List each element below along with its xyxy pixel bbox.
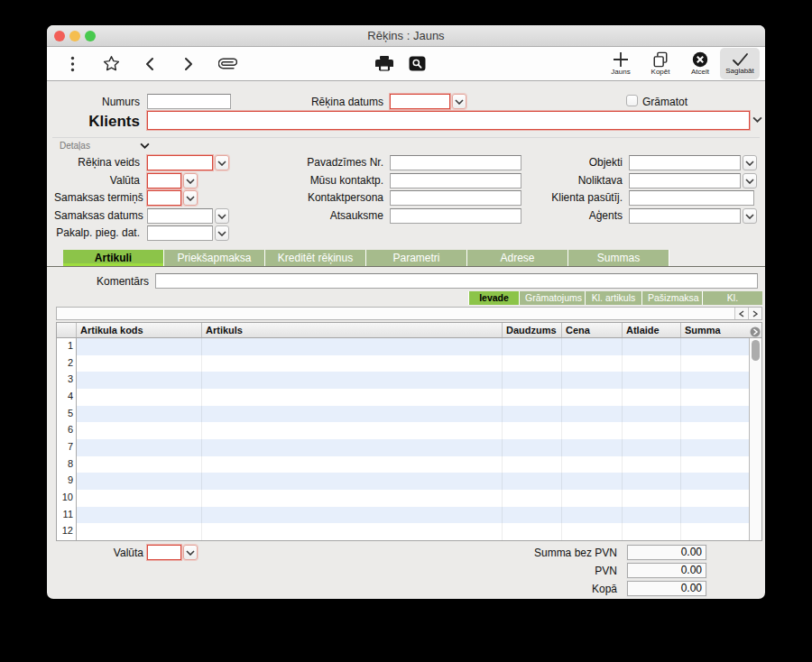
table-row[interactable]: 3 — [57, 372, 750, 389]
cell-summa[interactable] — [681, 355, 750, 372]
klienta-pasutij-input[interactable] — [629, 190, 754, 206]
samaksas-termins-dropdown-button[interactable] — [183, 190, 198, 206]
column-options-icon[interactable] — [750, 325, 761, 336]
detalas-chevron-down-icon[interactable] — [140, 143, 150, 149]
cell-atlaide[interactable] — [623, 490, 681, 507]
samaksas-termins-input[interactable] — [147, 190, 181, 206]
cell-cena[interactable] — [562, 439, 623, 456]
cell-daudzums[interactable] — [503, 372, 562, 389]
cell-artikuls[interactable] — [202, 456, 503, 474]
cell-daudzums[interactable] — [503, 473, 562, 490]
cell-artikuls[interactable] — [202, 439, 503, 456]
back-icon[interactable] — [139, 53, 161, 75]
cell-daudzums[interactable] — [503, 406, 562, 423]
kontaktpersona-input[interactable] — [390, 190, 521, 206]
tab-adrese[interactable]: Adrese — [467, 250, 568, 266]
cell-cena[interactable] — [562, 338, 623, 355]
cell-summa[interactable] — [681, 507, 750, 524]
cell-atlaide[interactable] — [623, 523, 681, 540]
tab-artikuli[interactable]: Artikuli — [63, 250, 164, 266]
noliktava-dropdown-button[interactable] — [743, 173, 757, 188]
cell-artikula-kods[interactable] — [77, 439, 202, 456]
objekti-dropdown-button[interactable] — [743, 155, 757, 170]
cell-daudzums[interactable] — [503, 389, 562, 406]
komentars-input[interactable] — [155, 273, 758, 289]
cell-summa[interactable] — [681, 456, 750, 474]
agents-input[interactable] — [629, 208, 741, 224]
cell-artikuls[interactable] — [202, 406, 503, 423]
cell-atlaide[interactable] — [623, 406, 681, 423]
valuta-input[interactable] — [147, 173, 181, 188]
table-row[interactable]: 6 — [57, 422, 750, 439]
vscrollbar-thumb[interactable] — [752, 340, 760, 361]
cell-daudzums[interactable] — [503, 490, 562, 507]
titlebar[interactable]: Rēķins : Jauns — [47, 25, 765, 47]
column-header-artikuls[interactable]: Artikuls — [202, 323, 503, 337]
row-number[interactable]: 1 — [57, 338, 77, 355]
tab-prieksapmaksa[interactable]: Priekšapmaksa — [164, 250, 265, 266]
objekti-input[interactable] — [629, 155, 741, 170]
cell-artikula-kods[interactable] — [77, 523, 202, 540]
cell-daudzums[interactable] — [503, 439, 562, 456]
row-number[interactable]: 10 — [57, 490, 77, 507]
subtab-gramatojums[interactable]: Grāmatojums — [519, 291, 585, 305]
table-row[interactable]: 1 — [57, 338, 750, 355]
subtab-kl-pasutijums[interactable]: Kl. pasūtījums — [702, 291, 762, 305]
row-number[interactable]: 2 — [57, 355, 77, 372]
table-row[interactable]: 12 — [57, 523, 750, 540]
detalas-toggle-label[interactable]: Detaļas — [60, 141, 90, 151]
cell-atlaide[interactable] — [623, 507, 681, 524]
row-number[interactable]: 11 — [57, 507, 77, 524]
table-row[interactable]: 9 — [57, 473, 750, 490]
cell-cena[interactable] — [562, 389, 623, 406]
klients-dropdown-icon[interactable] — [752, 116, 762, 123]
cell-summa[interactable] — [681, 338, 750, 355]
footer-valuta-dropdown-button[interactable] — [183, 545, 198, 560]
cell-cena[interactable] — [562, 523, 623, 540]
vscrollbar[interactable] — [749, 338, 761, 540]
cell-artikula-kods[interactable] — [77, 456, 202, 474]
scroll-left-button[interactable] — [734, 308, 748, 319]
copy-button[interactable]: Kopēt — [641, 48, 680, 79]
cell-cena[interactable] — [562, 372, 623, 389]
cell-artikula-kods[interactable] — [77, 338, 202, 355]
row-number[interactable]: 5 — [57, 406, 77, 423]
cell-daudzums[interactable] — [503, 456, 562, 474]
cell-artikuls[interactable] — [202, 355, 503, 372]
cell-atlaide[interactable] — [623, 355, 681, 372]
cell-cena[interactable] — [562, 355, 623, 372]
cell-atlaide[interactable] — [623, 372, 681, 389]
cancel-button[interactable]: Atcelt — [680, 48, 720, 79]
cell-cena[interactable] — [562, 507, 623, 524]
cell-artikula-kods[interactable] — [77, 507, 202, 524]
cell-artikula-kods[interactable] — [77, 422, 202, 439]
footer-valuta-input[interactable] — [147, 545, 181, 560]
column-header-artikula-kods[interactable]: Artikula kods — [77, 323, 202, 337]
subtab-ievade[interactable]: Ievade — [468, 291, 519, 305]
cell-cena[interactable] — [562, 422, 623, 439]
agents-dropdown-button[interactable] — [743, 208, 757, 224]
cell-cena[interactable] — [562, 456, 623, 474]
subtab-kl-artikuls[interactable]: Kl. artikuls — [585, 291, 641, 305]
rekina-datums-input[interactable] — [390, 94, 450, 109]
cell-artikuls[interactable] — [202, 507, 503, 524]
preview-search-icon[interactable] — [406, 53, 428, 75]
star-icon[interactable] — [100, 53, 122, 75]
cell-artikula-kods[interactable] — [77, 473, 202, 490]
attachment-icon[interactable] — [217, 53, 238, 75]
cell-artikuls[interactable] — [202, 389, 503, 406]
table-row[interactable]: 2 — [57, 355, 750, 372]
cell-summa[interactable] — [681, 406, 750, 423]
cell-summa[interactable] — [681, 422, 750, 439]
save-button[interactable]: Saglabāt — [720, 48, 760, 79]
cell-artikula-kods[interactable] — [77, 372, 202, 389]
cell-cena[interactable] — [562, 490, 623, 507]
new-button[interactable]: Jauns — [601, 48, 641, 79]
tab-parametri[interactable]: Parametri — [366, 250, 467, 266]
samaksas-datums-input[interactable] — [147, 208, 213, 224]
cell-atlaide[interactable] — [623, 456, 681, 474]
rekina-veids-dropdown-button[interactable] — [215, 155, 229, 170]
cell-daudzums[interactable] — [503, 355, 562, 372]
noliktava-input[interactable] — [629, 173, 741, 188]
cell-daudzums[interactable] — [503, 507, 562, 524]
